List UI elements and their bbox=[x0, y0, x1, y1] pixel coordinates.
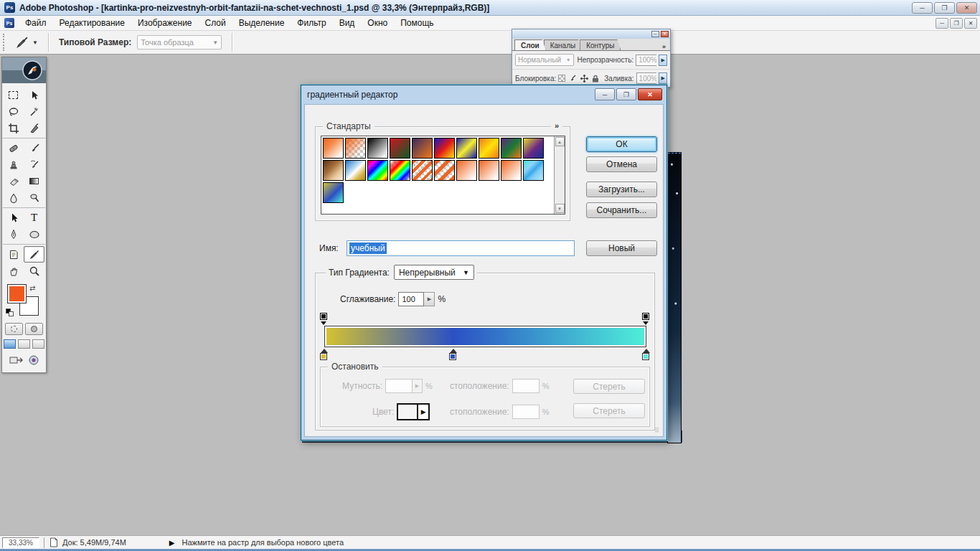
stop-color-swatch[interactable]: ▶ bbox=[397, 403, 430, 420]
dialog-restore-button[interactable]: ❐ bbox=[616, 88, 636, 100]
scroll-down-icon[interactable]: ▼ bbox=[555, 204, 565, 213]
quick-mask-mode-button[interactable] bbox=[25, 323, 43, 335]
fullscreen-menubar-mode-button[interactable] bbox=[18, 339, 30, 349]
gradient-preset-transparent-rainbow[interactable] bbox=[390, 160, 410, 181]
color-stop[interactable] bbox=[320, 349, 329, 361]
eyedropper-tool[interactable] bbox=[24, 246, 44, 263]
gradient-preset-orange-white-4[interactable] bbox=[501, 160, 522, 181]
layers-panel-titlebar[interactable]: ─ ✕ bbox=[512, 29, 670, 39]
foreground-color-swatch[interactable] bbox=[7, 284, 27, 303]
lock-transparency-icon[interactable] bbox=[558, 75, 565, 82]
gradient-preset-violet-orange[interactable] bbox=[412, 138, 433, 159]
sample-size-dropdown[interactable]: Точка образца ▼ bbox=[137, 35, 222, 50]
slice-tool[interactable] bbox=[24, 120, 44, 136]
clone-stamp-tool[interactable] bbox=[3, 156, 24, 173]
menu-item[interactable]: Фильтр bbox=[291, 17, 332, 29]
color-stop[interactable] bbox=[449, 349, 458, 361]
jump-to-imageready-icon[interactable] bbox=[9, 354, 25, 366]
minimize-button[interactable]: ─ bbox=[912, 2, 933, 14]
gradient-preset-yellow-violet-blue[interactable] bbox=[523, 138, 544, 159]
gradient-preset-spectrum[interactable] bbox=[367, 160, 388, 181]
smoothness-input[interactable]: 100 bbox=[398, 292, 424, 306]
gradient-preset-orange-stripes-wide[interactable] bbox=[434, 160, 455, 181]
gradient-preset-red-green[interactable] bbox=[390, 138, 410, 159]
standard-mode-button[interactable] bbox=[5, 323, 23, 335]
gradient-preset-orange-transparent[interactable] bbox=[345, 138, 366, 159]
panel-minimize-button[interactable]: ─ bbox=[651, 31, 659, 37]
lock-position-icon[interactable] bbox=[580, 75, 588, 83]
close-button[interactable]: ✕ bbox=[956, 2, 977, 14]
smoothness-spinner-icon[interactable]: ▶ bbox=[424, 292, 435, 306]
menu-item[interactable]: Файл bbox=[19, 17, 53, 29]
panel-close-button[interactable]: ✕ bbox=[661, 31, 669, 37]
brush-tool[interactable] bbox=[24, 140, 44, 156]
zoom-tool[interactable] bbox=[24, 263, 44, 279]
gradient-type-dropdown[interactable]: Непрерывный ▼ bbox=[394, 265, 474, 280]
menu-item[interactable]: Помощь bbox=[394, 17, 440, 29]
gradient-preset-black-white[interactable] bbox=[367, 138, 388, 159]
zoom-level-input[interactable]: 33,33% bbox=[2, 537, 39, 548]
cancel-button[interactable]: Отмена bbox=[586, 156, 657, 172]
menu-item[interactable]: Вид bbox=[333, 17, 362, 29]
gradient-preview[interactable] bbox=[324, 326, 646, 347]
lasso-tool[interactable] bbox=[3, 103, 24, 120]
gradient-preset-blue-cyan-stripes[interactable] bbox=[523, 160, 544, 181]
gradient-tool[interactable] bbox=[24, 173, 44, 189]
load-button[interactable]: Загрузить... bbox=[586, 182, 657, 197]
resize-grip-icon[interactable]: ⠿ bbox=[654, 427, 660, 434]
gradient-preset-orange-stripes[interactable] bbox=[412, 160, 433, 181]
ellipse-shape-tool[interactable] bbox=[24, 226, 44, 242]
notes-tool[interactable] bbox=[3, 246, 24, 263]
gradient-preset-gold-blue-cyan[interactable] bbox=[323, 182, 344, 203]
tab-layers[interactable]: Слои bbox=[514, 39, 546, 50]
eraser-tool[interactable] bbox=[3, 173, 24, 189]
color-picker-arrow-icon[interactable]: ▶ bbox=[417, 405, 428, 419]
lock-paint-icon[interactable] bbox=[569, 75, 577, 83]
tab-paths[interactable]: Контуры bbox=[580, 39, 621, 50]
opacity-stop[interactable] bbox=[320, 313, 328, 325]
preset-scrollbar[interactable]: ▲ ▼ bbox=[554, 136, 565, 214]
active-tool-preview[interactable]: ▼ bbox=[6, 35, 48, 50]
move-tool[interactable] bbox=[24, 87, 44, 103]
menu-item[interactable]: Окно bbox=[361, 17, 394, 29]
fill-spinner-icon[interactable]: ▶ bbox=[659, 72, 667, 84]
menu-item[interactable]: Редактирование bbox=[53, 17, 131, 29]
standard-screen-mode-button[interactable] bbox=[4, 339, 16, 349]
opacity-stop-track[interactable] bbox=[324, 313, 646, 325]
restore-button[interactable]: ❐ bbox=[934, 2, 955, 14]
blend-mode-dropdown[interactable]: Нормальный ▼ bbox=[515, 54, 574, 66]
gradient-preset-copper[interactable] bbox=[323, 160, 344, 181]
rectangular-marquee-tool[interactable] bbox=[3, 87, 24, 103]
opacity-spinner-icon[interactable]: ▶ bbox=[659, 55, 667, 66]
ok-button[interactable]: ОК bbox=[586, 136, 657, 152]
blur-tool[interactable] bbox=[3, 189, 24, 206]
path-selection-tool[interactable] bbox=[3, 209, 24, 226]
gradient-preset-blue-red-yellow[interactable] bbox=[434, 138, 455, 159]
magic-wand-tool[interactable] bbox=[24, 103, 44, 120]
panel-menu-icon[interactable]: » bbox=[662, 43, 666, 50]
fullscreen-mode-button[interactable] bbox=[32, 339, 44, 349]
save-button[interactable]: Сочранить... bbox=[586, 202, 657, 218]
gradient-preset-orange-white[interactable] bbox=[323, 138, 344, 159]
history-brush-tool[interactable] bbox=[24, 156, 44, 173]
doc-restore-button[interactable]: ❐ bbox=[950, 18, 963, 29]
dodge-tool[interactable] bbox=[24, 189, 44, 206]
scroll-up-icon[interactable]: ▲ bbox=[555, 137, 565, 146]
dialog-close-button[interactable]: ✕ bbox=[638, 88, 662, 100]
color-stop[interactable] bbox=[642, 349, 651, 361]
gradient-preset-orange-yellow-orange[interactable] bbox=[479, 138, 499, 159]
menu-item[interactable]: Слой bbox=[199, 17, 232, 29]
doc-size-info[interactable]: Док: 5,49М/9,74М bbox=[62, 538, 126, 547]
gradient-preset-blue-yellow-blue[interactable] bbox=[456, 138, 477, 159]
menu-item[interactable]: Выделение bbox=[232, 17, 291, 29]
gradient-name-input[interactable]: учебный bbox=[347, 240, 575, 256]
gradient-preset-orange-white-3[interactable] bbox=[479, 160, 499, 181]
dialog-minimize-button[interactable]: ─ bbox=[595, 88, 615, 100]
presets-menu-icon[interactable]: » bbox=[551, 121, 562, 130]
swap-colors-icon[interactable]: ⇄ bbox=[29, 284, 35, 292]
play-icon[interactable]: ▶ bbox=[169, 539, 175, 547]
default-colors-icon[interactable] bbox=[6, 309, 14, 317]
hand-tool[interactable] bbox=[3, 263, 24, 279]
pen-tool[interactable] bbox=[3, 226, 24, 242]
opacity-stop[interactable] bbox=[642, 313, 650, 325]
